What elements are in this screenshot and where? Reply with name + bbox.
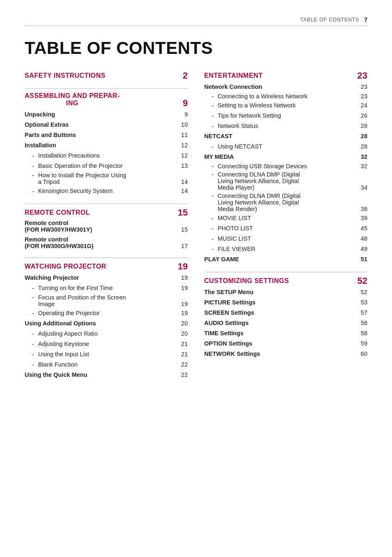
section-safety-num: 2 xyxy=(183,70,188,81)
toc-install-tripod-label: How to Install the Projector Usinga Trip… xyxy=(37,172,176,185)
toc-aspect-ratio-label: Adjusting Aspect Ratio xyxy=(37,330,176,338)
toc-remote-hw300g: Remote control(FOR HW300G/HW301G) 17 xyxy=(25,235,188,250)
toc-dlna-dmr-num: 38 xyxy=(356,206,367,212)
toc-usb-storage: - Connecting USB Storage Devices 32 xyxy=(204,162,367,170)
toc-movie-list: - MOVIE LIST 39 xyxy=(204,213,367,223)
toc-option-settings-num: 59 xyxy=(356,339,367,348)
dash-icon: - xyxy=(32,162,34,170)
toc-installation-precautions-num: 12 xyxy=(176,151,188,160)
toc-dlna-dmr: - Connecting DLNA DMR (DigitalLiving Net… xyxy=(204,192,367,213)
toc-network-connection: Network Connection 23 xyxy=(204,82,367,92)
dash-icon: - xyxy=(212,245,214,253)
section-remote: REMOTE CONTROL 15 xyxy=(25,204,188,218)
section-entertainment: ENTERTAINMENT 23 xyxy=(204,70,367,81)
dash-icon: - xyxy=(32,294,34,307)
toc-aspect-ratio-num: 20 xyxy=(176,330,188,338)
toc-blank-function-num: 22 xyxy=(176,360,188,369)
page-title: TABLE OF CONTENTS xyxy=(25,38,367,58)
toc-installation: Installation 12 xyxy=(25,140,188,151)
toc-my-media: MY MEDIA 32 xyxy=(204,152,367,162)
toc-watching-projector-num: 19 xyxy=(176,274,188,282)
toc-install-tripod: - How to Install the Projector Usinga Tr… xyxy=(25,171,188,186)
section-safety: SAFETY INSTRUCTIONS 2 xyxy=(25,70,188,81)
section-entertainment-num: 23 xyxy=(357,70,367,81)
toc-parts-buttons-label: Parts and Buttons xyxy=(25,131,176,139)
toc-my-media-num: 32 xyxy=(356,153,367,161)
toc-input-list-label: Using the Input List xyxy=(37,350,176,359)
header-label: TABLE OF CONTENTS xyxy=(300,17,359,23)
dash-icon: - xyxy=(32,309,34,318)
toc-installation-label: Installation xyxy=(25,141,176,150)
section-assembling: ASSEMBLING AND PREPAR-ING 9 xyxy=(25,88,188,109)
toc-music-list-label: MUSIC LIST xyxy=(216,234,356,243)
toc-focus-position-label: Focus and Position of the ScreenImage xyxy=(37,294,176,307)
toc-quick-menu: Using the Quick Menu 22 xyxy=(25,370,188,380)
toc-time-settings-num: 58 xyxy=(356,329,367,338)
toc-setup-menu: The SETUP Menu 52 xyxy=(204,287,367,297)
toc-tips-network-label: Tips for Network Setting xyxy=(216,111,356,120)
toc-using-netcast-num: 28 xyxy=(356,142,367,151)
toc-blank-function: - Blank Function 22 xyxy=(25,360,188,370)
section-watching-label: WATCHING PROJECTOR xyxy=(25,263,106,270)
toc-file-viewer: - FILE VIEWER 49 xyxy=(204,244,367,254)
toc-remote-hw300y-num: 15 xyxy=(176,226,188,233)
toc-unpacking: Unpacking 9 xyxy=(25,109,188,120)
dash-icon: - xyxy=(212,163,214,169)
toc-audio-settings-label: AUDIO Settings xyxy=(204,319,356,327)
toc-time-settings: TIME Settings 58 xyxy=(204,328,367,339)
toc-kensington: - Kensington Security System 14 xyxy=(25,186,188,196)
dash-icon: - xyxy=(212,193,214,212)
dash-icon: - xyxy=(212,143,214,151)
dash-icon: - xyxy=(32,152,34,160)
toc-network-status-num: 28 xyxy=(356,122,367,130)
toc-connecting-wireless-label: Connecting to a Wireless Network xyxy=(216,93,356,100)
section-remote-num: 15 xyxy=(178,207,188,218)
dash-icon: - xyxy=(32,361,34,369)
toc-network-settings-num: 60 xyxy=(356,350,367,358)
toc-tips-network-num: 26 xyxy=(356,111,367,120)
toc-unpacking-label: Unpacking xyxy=(25,110,176,119)
toc-basic-operation-label: Basic Operation of the Projector xyxy=(37,162,176,170)
section-entertainment-label: ENTERTAINMENT xyxy=(204,72,263,79)
toc-additional-options-label: Using Additional Options xyxy=(25,319,176,328)
dash-icon: - xyxy=(32,350,34,359)
toc-file-viewer-num: 49 xyxy=(356,245,367,253)
toc-install-tripod-num: 14 xyxy=(176,179,188,185)
toc-time-settings-label: TIME Settings xyxy=(204,329,356,338)
dash-icon: - xyxy=(212,235,214,243)
toc-setup-menu-num: 52 xyxy=(356,288,367,297)
toc-optional-extras-num: 10 xyxy=(176,121,188,129)
left-column: SAFETY INSTRUCTIONS 2 ASSEMBLING AND PRE… xyxy=(25,70,188,380)
dash-icon: - xyxy=(32,172,34,185)
toc-keystone-label: Adjusting Keystone xyxy=(37,340,176,348)
toc-option-settings-label: OPTION Settings xyxy=(204,339,356,348)
toc-parts-buttons-num: 11 xyxy=(176,131,188,139)
section-assembling-label: ASSEMBLING AND PREPAR-ING xyxy=(25,92,120,107)
dash-icon: - xyxy=(32,330,34,338)
toc-netcast-num: 28 xyxy=(356,132,367,141)
toc-watching-projector: Watching Projector 19 xyxy=(25,273,188,283)
dash-icon: - xyxy=(212,214,214,223)
toc-play-game-num: 51 xyxy=(356,255,367,264)
toc-remote-hw300y: Remote control(FOR HW300Y/HW301Y) 15 xyxy=(25,219,188,234)
toc-kensington-label: Kensington Security System xyxy=(37,187,176,195)
toc-setting-wireless-label: Setting to a Wireless Network xyxy=(216,101,356,110)
toc-screen-settings: SCREEN Settings 57 xyxy=(204,308,367,318)
dash-icon: - xyxy=(32,284,34,292)
toc-parts-buttons: Parts and Buttons 11 xyxy=(25,130,188,140)
toc-photo-list-label: PHOTO LIST xyxy=(216,224,356,233)
toc-picture-settings-num: 53 xyxy=(356,298,367,307)
section-customizing: CUSTOMIZING SETTINGS 52 xyxy=(204,272,367,286)
dash-icon: - xyxy=(212,112,214,120)
toc-optional-extras-label: Optional Extras xyxy=(25,121,176,129)
toc-additional-options: Using Additional Options 20 xyxy=(25,318,188,329)
toc-using-netcast: - Using NETCAST 28 xyxy=(204,142,367,152)
toc-installation-precautions-label: Installation Precautions xyxy=(37,151,176,160)
toc-turning-on-num: 19 xyxy=(176,284,188,292)
toc-movie-list-num: 39 xyxy=(356,214,367,223)
header-page-number: 7 xyxy=(364,16,367,23)
section-remote-label: REMOTE CONTROL xyxy=(25,209,90,216)
toc-netcast-label: NETCAST xyxy=(204,132,356,141)
toc-my-media-label: MY MEDIA xyxy=(204,153,356,161)
toc-picture-settings: PICTURE Settings 53 xyxy=(204,297,367,308)
